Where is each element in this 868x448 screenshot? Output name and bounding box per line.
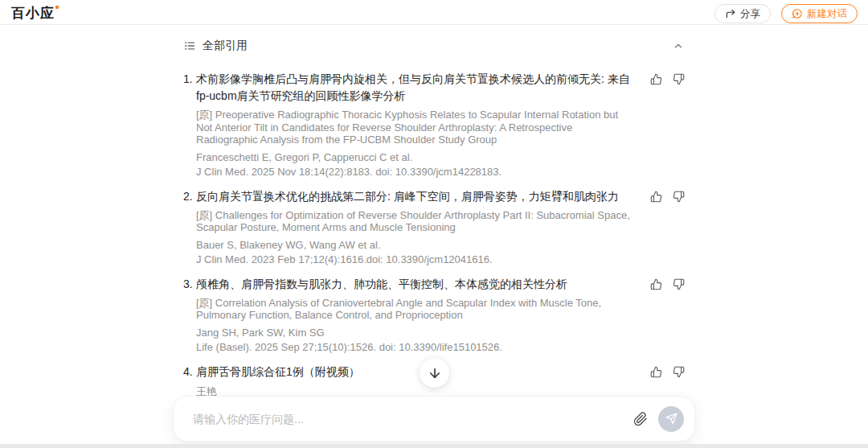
list-icon [183, 39, 196, 52]
attach-button[interactable] [633, 412, 648, 426]
citation-title-en: [原] Preoperative Radiographic Thoracic K… [196, 109, 635, 146]
new-chat-icon [792, 8, 803, 19]
thumbs-down-icon[interactable] [673, 366, 685, 378]
citation-journal: J Clin Med. 2025 Nov 18;14(22):8183. doi… [196, 166, 635, 179]
send-plane-icon [665, 413, 678, 425]
citations-panel-title: 全部引用 [203, 39, 248, 53]
citation-number: 1. [183, 71, 193, 88]
app-logo: 百小应 [11, 4, 55, 23]
citations-panel-header: 全部引用 [183, 37, 685, 55]
citation-title-zh[interactable]: 肩胛舌骨肌综合征1例（附视频） [196, 364, 635, 380]
citation-title-en: [原] Correlation Analysis of Cranioverteb… [196, 297, 635, 322]
citation-body: 1. 术前影像学胸椎后凸与肩胛骨内旋相关，但与反向肩关节置换术候选人的前倾无关:… [183, 71, 643, 179]
logo-accent-dot [55, 6, 59, 9]
citation-number: 3. [183, 276, 193, 293]
citation-number: 2. [183, 188, 193, 205]
thumbs-up-icon[interactable] [650, 191, 662, 203]
thumbs-up-icon[interactable] [650, 278, 662, 290]
message-composer [173, 396, 695, 442]
share-button[interactable]: 分享 [714, 4, 771, 23]
citation-authors: Franceschetti E, Gregori P, Capperucci C… [196, 151, 635, 164]
thumbs-up-icon[interactable] [650, 366, 662, 378]
question-input[interactable] [193, 413, 633, 425]
thumbs-down-icon[interactable] [673, 191, 685, 203]
citation-journal: J Clin Med. 2023 Feb 17;12(4):1616.doi: … [196, 253, 635, 266]
citation-actions [643, 276, 685, 290]
new-chat-button[interactable]: 新建对话 [781, 4, 858, 23]
citation-body: 4. 肩胛舌骨肌综合征1例（附视频） 王艳 [183, 364, 643, 398]
citation-actions [643, 364, 685, 378]
app-logo-text: 百小应 [11, 6, 55, 21]
citation-body: 2. 反向肩关节置换术优化的挑战第二部分: 肩峰下空间，肩胛骨姿势，力矩臂和肌肉… [183, 188, 643, 266]
citation-journal: Life (Basel). 2025 Sep 27;15(10):1526. d… [196, 341, 635, 354]
citation-title-en: [原] Challenges for Optimization of Rever… [196, 209, 635, 234]
send-button[interactable] [658, 406, 684, 432]
citation-title-zh[interactable]: 反向肩关节置换术优化的挑战第二部分: 肩峰下空间，肩胛骨姿势，力矩臂和肌肉张力 [196, 188, 635, 205]
citation-authors: Bauer S, Blakeney WG, Wang AW et al. [196, 239, 635, 252]
topbar-actions: 分享 新建对话 [714, 4, 858, 23]
citation-item-3: 3. 颅椎角、肩胛骨指数与肌张力、肺功能、平衡控制、本体感觉的相关性分析 [原]… [183, 276, 685, 354]
share-button-label: 分享 [740, 7, 760, 21]
new-chat-button-label: 新建对话 [807, 7, 847, 21]
top-bar: 百小应 分享 新建对话 [0, 0, 868, 25]
citation-actions [643, 71, 685, 85]
citation-item-1: 1. 术前影像学胸椎后凸与肩胛骨内旋相关，但与反向肩关节置换术候选人的前倾无关:… [183, 71, 685, 179]
arrow-down-icon [428, 366, 442, 380]
citation-title-zh[interactable]: 颅椎角、肩胛骨指数与肌张力、肺功能、平衡控制、本体感觉的相关性分析 [196, 276, 635, 293]
citation-list: 1. 术前影像学胸椎后凸与肩胛骨内旋相关，但与反向肩关节置换术候选人的前倾无关:… [183, 71, 685, 398]
thumbs-up-icon[interactable] [650, 73, 662, 85]
scroll-to-bottom-button[interactable] [420, 358, 449, 388]
citation-actions [643, 188, 685, 203]
citation-number: 4. [183, 364, 193, 380]
citations-panel: 全部引用 1. 术前影像学胸椎后凸与肩胛骨内旋相关，但与反向肩关节置换术候选人的… [183, 37, 685, 408]
share-icon [725, 8, 736, 19]
thumbs-down-icon[interactable] [673, 278, 685, 290]
citation-item-2: 2. 反向肩关节置换术优化的挑战第二部分: 肩峰下空间，肩胛骨姿势，力矩臂和肌肉… [183, 188, 685, 266]
citation-body: 3. 颅椎角、肩胛骨指数与肌张力、肺功能、平衡控制、本体感觉的相关性分析 [原]… [183, 276, 643, 354]
thumbs-down-icon[interactable] [673, 73, 685, 85]
citation-authors: Jang SH, Park SW, Kim SG [196, 327, 635, 339]
collapse-chevron-up-icon[interactable] [672, 39, 685, 52]
page-bottom-edge [0, 444, 868, 448]
citation-title-zh[interactable]: 术前影像学胸椎后凸与肩胛骨内旋相关，但与反向肩关节置换术候选人的前倾无关: 来自… [196, 71, 635, 105]
